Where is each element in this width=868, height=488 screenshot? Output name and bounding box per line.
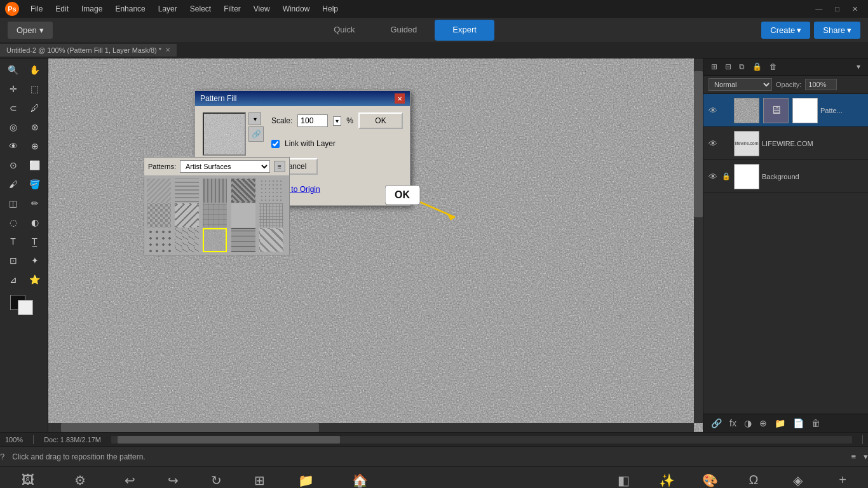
healing-brush-tool[interactable]: ⊕ (25, 137, 45, 155)
new-layer-button[interactable]: 📄 (790, 417, 806, 430)
home-screen-button[interactable]: 🏠 Home Screen (332, 469, 388, 489)
brush-tool[interactable]: 🖌 (3, 175, 24, 193)
menu-layer[interactable]: Layer (153, 3, 182, 15)
new-adjustment-button[interactable]: ⊕ (757, 417, 770, 430)
red-eye-tool[interactable]: 👁 (3, 137, 24, 155)
panel-menu-icon[interactable]: ≡ (851, 452, 856, 461)
pattern-cell-7[interactable] (175, 203, 199, 227)
zoom-tool[interactable]: 🔍 (3, 61, 24, 79)
vertical-scrollbar[interactable] (694, 58, 703, 423)
canvas-area[interactable]: Pattern Fill ✕ ▾ 🔗 (48, 58, 703, 432)
menu-image[interactable]: Image (76, 3, 107, 15)
scale-dropdown-icon[interactable]: ▾ (333, 116, 341, 126)
horizontal-scroll-indicator[interactable] (111, 436, 852, 444)
menu-edit[interactable]: Edit (50, 3, 74, 15)
layers-collapse-button[interactable]: ▾ (854, 61, 863, 72)
clone-stamp-tool[interactable]: ⊙ (3, 156, 24, 174)
pattern-cell-2[interactable] (175, 179, 199, 203)
marquee-tool[interactable]: ⬚ (25, 80, 45, 98)
layers-icon-3[interactable]: ⧉ (736, 61, 747, 72)
graphics-button[interactable]: ◈ Graphics (778, 469, 818, 489)
close-button[interactable]: ✕ (847, 4, 863, 15)
delete-layer-button[interactable]: 🗑 (809, 417, 823, 430)
menu-file[interactable]: File (25, 3, 48, 15)
opacity-input[interactable] (805, 79, 837, 90)
rotate-button[interactable]: ↻ Rotate (198, 469, 236, 489)
link-with-layer-checkbox[interactable] (271, 140, 280, 148)
filters-button[interactable]: 🎨 Filters (691, 469, 729, 489)
menu-enhance[interactable]: Enhance (110, 3, 150, 15)
dodge-tool[interactable]: ◐ (25, 214, 45, 231)
more-button[interactable]: + More (824, 469, 862, 489)
document-tab[interactable]: Untitled-2 @ 100% (Pattern Fill 1, Layer… (0, 44, 177, 57)
pattern-category-select[interactable]: Artist Surfaces (180, 160, 270, 173)
tab-quick[interactable]: Quick (316, 20, 372, 41)
custom-shape-tool[interactable]: ⭐ (25, 271, 45, 288)
scale-input[interactable] (297, 114, 328, 127)
horizontal-scrollbar[interactable] (48, 423, 694, 432)
layers-icon-5[interactable]: 🗑 (767, 61, 780, 72)
pattern-menu-button[interactable]: ≡ (274, 161, 285, 172)
type-mask-tool[interactable]: T̲ (25, 233, 45, 250)
create-button[interactable]: Create ▾ (761, 22, 810, 39)
dialog-close-button[interactable]: ✕ (395, 93, 405, 104)
menu-window[interactable]: Window (278, 3, 315, 15)
pattern-cell-6[interactable] (147, 203, 171, 227)
tab-expert[interactable]: Expert (435, 20, 494, 41)
ruler-tool[interactable]: ⊿ (3, 271, 24, 288)
menu-view[interactable]: View (248, 3, 275, 15)
help-icon[interactable]: ? (0, 452, 4, 461)
layer-item-lifewire[interactable]: 👁 lifewire.com LIFEWIRE.COM (703, 127, 868, 160)
pattern-cell-9[interactable] (231, 203, 255, 227)
new-group-button[interactable]: 📁 (772, 417, 788, 430)
link-layers-button[interactable]: 🔗 (709, 417, 724, 430)
smart-brush-tool[interactable]: 🖊 (25, 99, 45, 117)
effects-button[interactable]: ✨ Effects (648, 469, 686, 489)
maximize-button[interactable]: □ (830, 4, 844, 14)
layers-icon-1[interactable]: ⊞ (709, 61, 720, 72)
pencil-tool[interactable]: ✏ (25, 194, 45, 212)
add-mask-button[interactable]: ◑ (742, 417, 754, 430)
pattern-cell-14[interactable] (231, 228, 255, 252)
background-color[interactable] (18, 300, 33, 315)
styles-button[interactable]: Ω Styles (735, 469, 773, 489)
redo-button[interactable]: ↪ Redo (154, 469, 193, 489)
undo-button[interactable]: ↩ Undo (111, 469, 149, 489)
collapse-icon[interactable]: ▾ (864, 452, 868, 461)
minimize-button[interactable]: — (810, 4, 827, 14)
crop-tool[interactable]: ⊡ (3, 252, 24, 269)
pattern-cell-3[interactable] (203, 179, 227, 203)
pattern-cell-8[interactable] (203, 203, 227, 227)
menu-help[interactable]: Help (317, 3, 343, 15)
open-button[interactable]: Open ▾ (8, 22, 53, 39)
gradient-tool[interactable]: ◫ (3, 194, 24, 212)
move-tool[interactable]: ✛ (3, 80, 24, 98)
type-tool[interactable]: T (3, 233, 24, 250)
layout-button[interactable]: ⊞ Layout (241, 469, 279, 489)
ok-button[interactable]: OK (358, 112, 403, 129)
pattern-cell-4[interactable] (231, 179, 255, 203)
pattern-cell-13-selected[interactable] (203, 228, 227, 252)
refine-edge-tool[interactable]: ◎ (3, 118, 24, 136)
blend-mode-select[interactable]: Normal (709, 78, 772, 91)
tab-guided[interactable]: Guided (372, 20, 435, 41)
pattern-dropdown-button[interactable]: ▾ (248, 112, 261, 125)
paint-bucket-tool[interactable]: 🪣 (25, 175, 45, 193)
menu-select[interactable]: Select (185, 3, 216, 15)
menu-filter[interactable]: Filter (219, 3, 246, 15)
pattern-link-icon[interactable]: 🔗 (248, 126, 264, 142)
layer-visibility-icon-1[interactable]: 👁 (707, 105, 719, 116)
lasso-tool[interactable]: ⊂ (3, 99, 24, 117)
eraser-tool[interactable]: ⬜ (25, 156, 45, 174)
pattern-cell-5[interactable] (259, 179, 283, 203)
add-style-button[interactable]: fx (727, 417, 739, 430)
layers-icon-4[interactable]: 🔒 (750, 61, 764, 72)
tab-close-icon[interactable]: ✕ (165, 46, 170, 53)
pattern-cell-10[interactable] (259, 203, 283, 227)
layers-icon-2[interactable]: ⊟ (722, 61, 734, 72)
cookie-cutter-tool[interactable]: ✦ (25, 252, 45, 269)
quick-select-tool[interactable]: ⊛ (25, 118, 45, 136)
pattern-cell-12[interactable] (175, 228, 199, 252)
share-button[interactable]: Share ▾ (814, 22, 860, 39)
pattern-cell-1[interactable] (147, 179, 171, 203)
